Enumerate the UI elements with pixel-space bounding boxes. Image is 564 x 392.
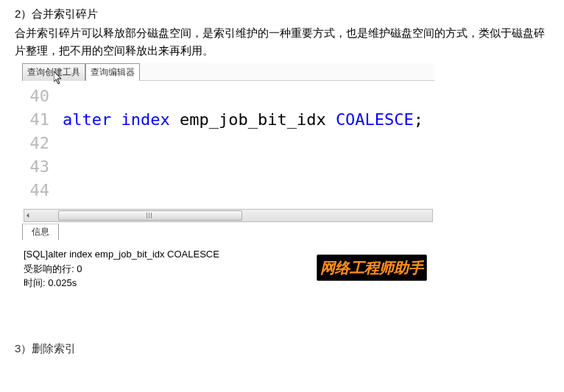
code-line: 44	[22, 181, 434, 204]
scroll-thumb[interactable]	[58, 210, 242, 221]
watermark-text: 网络工程师助手	[320, 260, 423, 276]
tab-info-label: 信息	[32, 227, 49, 237]
editor-tabs-row: 查询创建工具 查询编辑器	[22, 63, 434, 81]
tabs-filler	[140, 63, 434, 81]
line-number: 43	[22, 157, 63, 176]
horizontal-scrollbar[interactable]	[24, 209, 433, 222]
section-3-heading: 3）删除索引	[15, 342, 549, 356]
code-line: 40	[22, 87, 434, 110]
tab-query-editor[interactable]: 查询编辑器	[85, 63, 140, 81]
watermark-badge: 网络工程师助手	[317, 254, 427, 281]
tab-query-builder[interactable]: 查询创建工具	[22, 63, 85, 81]
line-number: 42	[22, 134, 63, 152]
sql-editor-container: 查询创建工具 查询编辑器 4041alter index emp_job_bit…	[22, 63, 434, 298]
scroll-left-icon	[27, 210, 29, 221]
section-2-heading: 2）合并索引碎片	[15, 7, 549, 21]
tab-query-editor-label: 查询编辑器	[91, 66, 135, 79]
code-content: alter index emp_job_bit_idx COALESCE;	[63, 110, 423, 129]
line-number: 40	[22, 87, 63, 105]
tab-info[interactable]: 信息	[22, 224, 59, 240]
code-editor[interactable]: 4041alter index emp_job_bit_idx COALESCE…	[22, 81, 434, 206]
section-2-description: 合并索引碎片可以释放部分磁盘空间，是索引维护的一种重要方式，也是维护磁盘空间的方…	[15, 24, 549, 60]
info-panel: [SQL]alter index emp_job_bit_idx COALESC…	[22, 240, 434, 298]
line-number: 44	[22, 181, 63, 199]
result-tabs-row: 信息	[22, 224, 434, 240]
code-line: 43	[22, 157, 434, 181]
code-line: 41alter index emp_job_bit_idx COALESCE;	[22, 110, 434, 134]
tab-query-builder-label: 查询创建工具	[27, 66, 80, 79]
line-number: 41	[22, 110, 63, 129]
code-line: 42	[22, 134, 434, 157]
